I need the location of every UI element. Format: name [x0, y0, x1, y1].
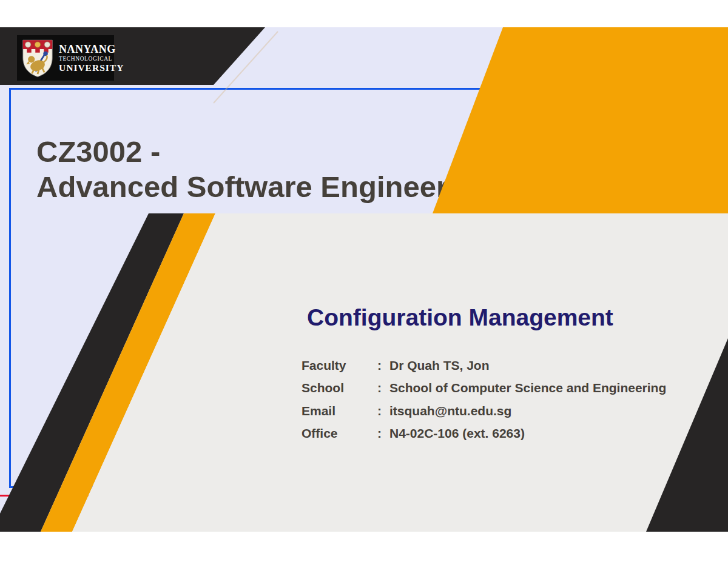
presentation-slide: CZ3002 - Advanced Software Engineering [0, 0, 728, 562]
lecture-title: Configuration Management [307, 306, 613, 329]
detail-separator: : [377, 381, 389, 395]
detail-label: Office [302, 426, 377, 441]
ntu-crest-icon [21, 38, 55, 78]
ntu-logo: NANYANG TECHNOLOGICAL UNIVERSITY [17, 35, 114, 81]
detail-row-faculty: Faculty : Dr Quah TS, Jon [302, 354, 666, 377]
detail-row-email: Email : itsquah@ntu.edu.sg [302, 400, 666, 423]
faculty-details: Faculty : Dr Quah TS, Jon School : Schoo… [302, 354, 666, 445]
detail-label: Faculty [302, 358, 377, 373]
detail-separator: : [377, 358, 389, 373]
detail-separator: : [377, 404, 389, 418]
detail-row-school: School : School of Computer Science and … [302, 377, 666, 400]
detail-row-office: Office : N4-02C-106 (ext. 6263) [302, 423, 666, 446]
logo-line-university: UNIVERSITY [59, 63, 124, 73]
logo-line-nanyang: NANYANG [59, 44, 124, 55]
ntu-logo-text: NANYANG TECHNOLOGICAL UNIVERSITY [59, 44, 124, 73]
detail-value: School of Computer Science and Engineeri… [389, 381, 666, 395]
detail-value: itsquah@ntu.edu.sg [389, 404, 511, 418]
course-title: CZ3002 - Advanced Software Engineering [36, 134, 493, 204]
detail-value: Dr Quah TS, Jon [389, 358, 490, 373]
detail-label: Email [302, 404, 377, 418]
detail-separator: : [377, 426, 389, 441]
detail-value: N4-02C-106 (ext. 6263) [389, 426, 525, 441]
logo-line-technological: TECHNOLOGICAL [59, 56, 124, 62]
course-title-line2: Advanced Software Engineering [36, 169, 493, 204]
course-title-line1: CZ3002 - [36, 134, 493, 169]
detail-label: School [302, 381, 377, 395]
